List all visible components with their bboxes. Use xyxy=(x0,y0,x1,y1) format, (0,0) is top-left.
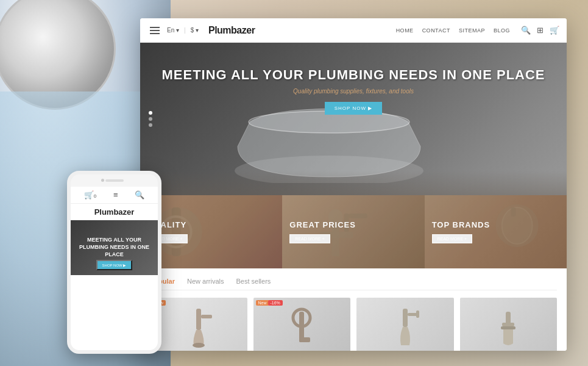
svg-rect-13 xyxy=(196,309,201,330)
features-row: QUALITY READ MORE + GREAT PRICES READ MO… xyxy=(140,195,567,268)
mobile-logo: Plumbazer xyxy=(71,204,158,220)
tab-best-sellers[interactable]: Best sellers xyxy=(236,278,271,285)
feature-prices: GREAT PRICES READ MORE + xyxy=(282,195,424,268)
feature-overlay-2: GREAT PRICES READ MORE + xyxy=(282,195,424,268)
product-card-2[interactable]: New -16% xyxy=(253,298,351,351)
hero-section: MEETING ALL YOUR PLUMBING NEEDS IN ONE P… xyxy=(140,43,567,195)
nav-links: HOME CONTACT SITEMAP BLOG xyxy=(396,27,510,34)
mobile-hero-title: MEETING ALL YOUR PLUMBING NEEDS IN ONE P… xyxy=(71,234,158,260)
currency-selector[interactable]: $ ▾ xyxy=(191,27,199,34)
navbar: En ▾ | $ ▾ Plumbazer HOME CONTACT SITEMA… xyxy=(140,18,567,43)
mobile-topbar: 🛒0 ≡ 🔍 xyxy=(71,187,158,204)
browser-window: En ▾ | $ ▾ Plumbazer HOME CONTACT SITEMA… xyxy=(140,18,567,351)
hero-dot-3[interactable] xyxy=(149,123,152,127)
feature-brands: TOP BRANDS READ MORE + xyxy=(425,195,567,268)
product-card-4[interactable] xyxy=(460,298,558,351)
svg-rect-20 xyxy=(408,313,417,316)
hero-subtitle: Quality plumbing supplies, fixtures, and… xyxy=(140,88,567,95)
products-tabs: Popular New arrivals Best sellers xyxy=(150,278,557,290)
feature-title-1: QUALITY xyxy=(147,220,275,229)
feature-overlay-3: TOP BRANDS READ MORE + xyxy=(425,195,567,268)
product-image-3 xyxy=(356,298,454,351)
product-image-2 xyxy=(253,298,351,351)
hero-title: MEETING ALL YOUR PLUMBING NEEDS IN ONE P… xyxy=(140,67,567,83)
mobile-screen: 🛒0 ≡ 🔍 Plumbazer MEETING ALL YOUR PLUMBI… xyxy=(71,187,158,350)
cart-icon[interactable]: 🛒 xyxy=(550,26,559,35)
svg-rect-23 xyxy=(502,323,514,326)
svg-rect-21 xyxy=(416,310,419,318)
svg-rect-19 xyxy=(403,309,408,327)
products-section: Popular New arrivals Best sellers New Ne… xyxy=(140,268,567,351)
product-image-4 xyxy=(460,298,558,351)
svg-rect-18 xyxy=(299,337,310,342)
nav-contact[interactable]: CONTACT xyxy=(422,27,450,34)
hamburger-menu[interactable] xyxy=(147,24,162,37)
tab-new-arrivals[interactable]: New arrivals xyxy=(187,278,224,285)
search-icon[interactable]: 🔍 xyxy=(521,26,531,35)
product-card-1[interactable]: New xyxy=(150,298,247,351)
nav-icons: 🔍 ⊞ 🛒 xyxy=(521,26,559,35)
feature-title-2: GREAT PRICES xyxy=(289,220,417,229)
hero-text: MEETING ALL YOUR PLUMBING NEEDS IN ONE P… xyxy=(140,67,567,115)
mobile-shop-now-button[interactable]: SHOP NOW ▶ xyxy=(96,260,133,270)
compare-icon[interactable]: ⊞ xyxy=(537,26,544,35)
mobile-menu-icon[interactable]: ≡ xyxy=(113,190,118,199)
product-badge-2-sale: -16% xyxy=(268,300,283,306)
feature-btn-3[interactable]: READ MORE + xyxy=(432,234,472,243)
nav-blog[interactable]: BLOG xyxy=(494,27,510,34)
site-logo[interactable]: Plumbazer xyxy=(208,25,255,36)
svg-rect-14 xyxy=(201,315,212,318)
products-grid: New New -16% xyxy=(150,298,557,351)
svg-point-15 xyxy=(193,343,205,348)
hero-dot-2[interactable] xyxy=(149,117,152,121)
mobile-device: 🛒0 ≡ 🔍 Plumbazer MEETING ALL YOUR PLUMBI… xyxy=(67,171,161,354)
nav-home[interactable]: HOME xyxy=(396,27,414,34)
shop-now-button[interactable]: SHOP NOW ▶ xyxy=(325,102,383,115)
mobile-search-icon[interactable]: 🔍 xyxy=(135,190,144,199)
feature-btn-2[interactable]: READ MORE + xyxy=(289,234,330,243)
nav-sitemap[interactable]: SITEMAP xyxy=(459,27,485,34)
language-selector[interactable]: En ▾ xyxy=(167,27,179,34)
mobile-cart-icon[interactable]: 🛒0 xyxy=(84,190,96,199)
feature-title-3: TOP BRANDS xyxy=(432,220,559,229)
mobile-camera xyxy=(101,179,104,182)
mobile-speaker xyxy=(105,179,124,182)
product-image-1 xyxy=(150,298,247,351)
mobile-hero: MEETING ALL YOUR PLUMBING NEEDS IN ONE P… xyxy=(71,220,158,275)
product-badge-2-new: New xyxy=(256,300,269,306)
product-card-3[interactable] xyxy=(356,298,454,351)
svg-rect-24 xyxy=(501,326,515,329)
